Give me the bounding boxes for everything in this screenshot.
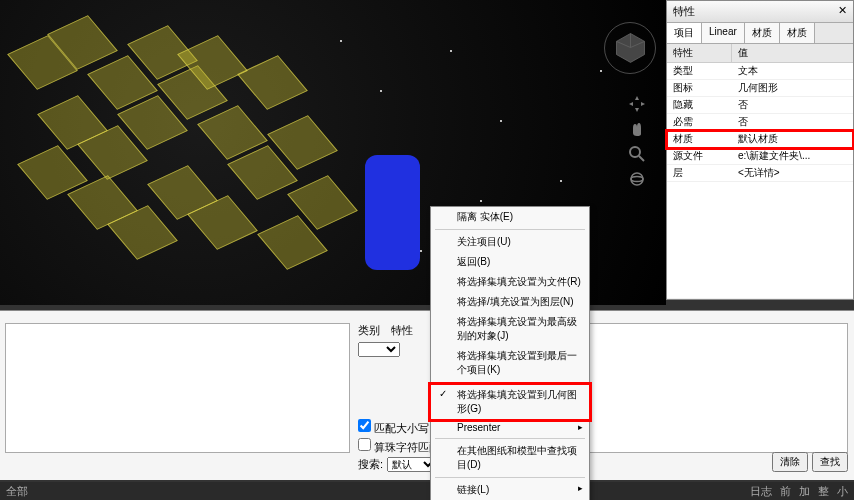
prop-row[interactable]: 类型文本 bbox=[667, 63, 853, 80]
props-tab-1[interactable]: Linear bbox=[702, 23, 745, 43]
hand-icon[interactable] bbox=[628, 120, 646, 138]
svg-point-4 bbox=[630, 147, 640, 157]
props-tab-3[interactable]: 材质 bbox=[780, 23, 815, 43]
ctx-item-9[interactable]: 将选择集填充设置到几何图形(G) bbox=[431, 385, 589, 419]
svg-point-6 bbox=[631, 173, 643, 185]
properties-body: 类型文本图标几何图形隐藏否必需否材质默认材质源文件e:\新建文件夹\...层<无… bbox=[667, 63, 853, 298]
category-label: 类别 bbox=[358, 323, 380, 338]
col-property: 特性 bbox=[667, 44, 732, 62]
statusbar-item[interactable]: 前 bbox=[780, 484, 791, 499]
context-menu: 隔离 实体(E)关注项目(U)返回(B)将选择集填充设置为文件(R)将选择/填充… bbox=[430, 206, 590, 500]
view-cube[interactable] bbox=[613, 30, 648, 65]
col-value: 值 bbox=[732, 44, 754, 62]
statusbar-item[interactable]: 加 bbox=[799, 484, 810, 499]
ctx-item-6[interactable]: 将选择集填充设置为最高级别的对象(J) bbox=[431, 312, 589, 346]
ctx-item-7[interactable]: 将选择集填充设置到最后一个项目(K) bbox=[431, 346, 589, 380]
statusbar: 全部 日志前加整小 bbox=[0, 482, 854, 500]
selected-blue-solid[interactable] bbox=[365, 155, 420, 270]
prop-row[interactable]: 必需否 bbox=[667, 114, 853, 131]
properties-tabs: 项目Linear材质材质 bbox=[667, 23, 853, 44]
svg-line-5 bbox=[639, 156, 644, 161]
find-button[interactable]: 查找 bbox=[812, 452, 848, 472]
properties-title-text: 特性 bbox=[673, 4, 695, 19]
ctx-item-0[interactable]: 隔离 实体(E) bbox=[431, 207, 589, 227]
statusbar-left: 全部 bbox=[6, 484, 28, 499]
statusbar-item[interactable]: 小 bbox=[837, 484, 848, 499]
crystal-model bbox=[0, 0, 380, 290]
property-label: 特性 bbox=[391, 323, 413, 338]
bottom-panel: 类别 特性 匹配大小写 算珠字符匹配结果 搜索: 默认 清除 查找 bbox=[0, 310, 854, 480]
statusbar-item[interactable]: 整 bbox=[818, 484, 829, 499]
close-icon[interactable]: ✕ bbox=[838, 4, 847, 19]
search-label: 搜索: bbox=[358, 457, 383, 472]
orbit-icon[interactable] bbox=[628, 170, 646, 188]
prop-row[interactable]: 源文件e:\新建文件夹\... bbox=[667, 148, 853, 165]
ctx-item-4[interactable]: 将选择集填充设置为文件(R) bbox=[431, 272, 589, 292]
bottom-right-list[interactable] bbox=[588, 323, 848, 453]
properties-column-header: 特性 值 bbox=[667, 44, 853, 63]
clear-button[interactable]: 清除 bbox=[772, 452, 808, 472]
category-select[interactable] bbox=[358, 342, 400, 357]
props-tab-0[interactable]: 项目 bbox=[667, 23, 702, 43]
prop-row[interactable]: 图标几何图形 bbox=[667, 80, 853, 97]
ctx-item-12[interactable]: 在其他图纸和模型中查找项目(D) bbox=[431, 441, 589, 475]
prop-row[interactable]: 材质默认材质 bbox=[667, 131, 853, 148]
props-tab-2[interactable]: 材质 bbox=[745, 23, 780, 43]
pan-icon[interactable] bbox=[628, 95, 646, 113]
ctx-item-5[interactable]: 将选择/填充设置为图层(N) bbox=[431, 292, 589, 312]
ctx-item-10[interactable]: Presenter bbox=[431, 419, 589, 436]
properties-titlebar[interactable]: 特性 ✕ bbox=[667, 1, 853, 23]
ctx-item-2[interactable]: 关注项目(U) bbox=[431, 232, 589, 252]
svg-point-7 bbox=[631, 177, 643, 182]
ctx-item-14[interactable]: 链接(L) bbox=[431, 480, 589, 500]
bottom-mid-controls: 类别 特性 bbox=[358, 323, 433, 361]
prop-row[interactable]: 隐藏否 bbox=[667, 97, 853, 114]
statusbar-right: 日志前加整小 bbox=[750, 484, 848, 499]
bottom-left-list[interactable] bbox=[5, 323, 350, 453]
zoom-icon[interactable] bbox=[628, 145, 646, 163]
properties-panel: 特性 ✕ 项目Linear材质材质 特性 值 类型文本图标几何图形隐藏否必需否材… bbox=[666, 0, 854, 300]
ctx-item-3[interactable]: 返回(B) bbox=[431, 252, 589, 272]
prop-row[interactable]: 层<无详情> bbox=[667, 165, 853, 182]
statusbar-item[interactable]: 日志 bbox=[750, 484, 772, 499]
